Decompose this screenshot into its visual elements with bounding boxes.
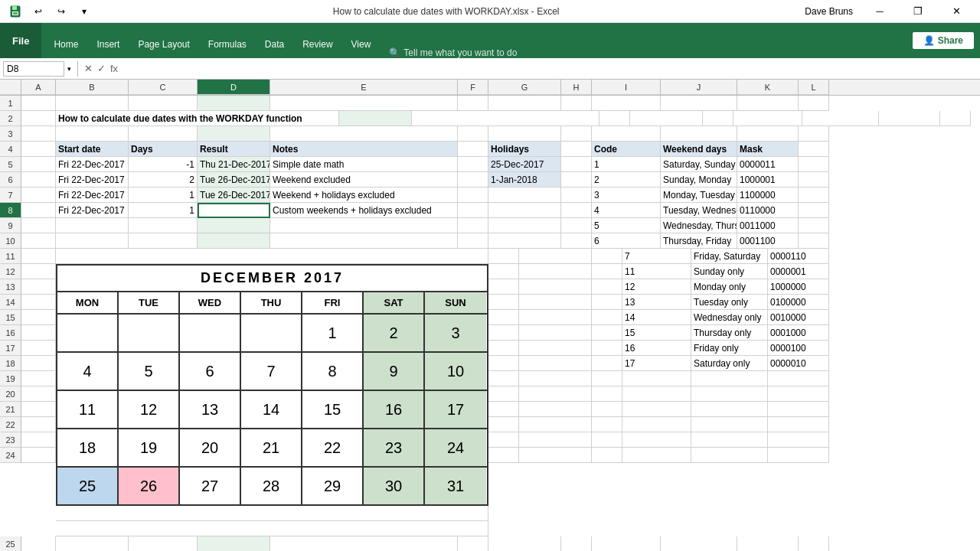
name-box[interactable]: D8: [3, 61, 64, 77]
cell-i24[interactable]: [622, 448, 691, 463]
cell-b8[interactable]: Fri 22-Dec-2017: [56, 203, 129, 218]
cell-j7[interactable]: Monday, Tuesday: [661, 187, 737, 203]
cell-k11[interactable]: 0000110: [768, 249, 829, 264]
cell-f14[interactable]: [488, 295, 519, 310]
minimize-button[interactable]: ─: [862, 0, 897, 23]
cell-a16[interactable]: [21, 325, 56, 341]
cell-e25[interactable]: [270, 536, 458, 551]
cell-j1[interactable]: [661, 96, 737, 111]
cell-k4-mask[interactable]: Mask: [737, 142, 799, 157]
cell-c3[interactable]: [129, 126, 198, 142]
cell-i15[interactable]: 14: [622, 310, 691, 325]
cell-g2[interactable]: [630, 111, 703, 126]
cell-c4-days[interactable]: Days: [129, 142, 198, 157]
cell-a1[interactable]: [21, 96, 56, 111]
cell-e5[interactable]: Simple date math: [270, 157, 458, 172]
cell-l3[interactable]: [799, 126, 829, 142]
cell-a13[interactable]: [21, 279, 56, 295]
cell-g4-holidays[interactable]: Holidays: [488, 142, 561, 157]
cell-g6-holiday2[interactable]: 1-Jan-2018: [488, 172, 561, 187]
cell-j16[interactable]: Thursday only: [691, 325, 768, 341]
cell-g21[interactable]: [519, 402, 592, 417]
cell-j4-weekend[interactable]: Weekend days: [661, 142, 737, 157]
cell-g7[interactable]: [488, 187, 561, 203]
cell-a14[interactable]: [21, 295, 56, 310]
cell-l2[interactable]: [940, 111, 971, 126]
cell-i14[interactable]: 13: [622, 295, 691, 310]
undo-button[interactable]: ↩: [29, 2, 47, 21]
cell-j15[interactable]: Wednesday only: [691, 310, 768, 325]
enter-formula-button[interactable]: ✓: [96, 63, 107, 74]
cell-a10[interactable]: [21, 233, 56, 249]
cell-f15[interactable]: [488, 310, 519, 325]
cell-a9[interactable]: [21, 218, 56, 233]
cell-g22[interactable]: [519, 417, 592, 432]
cell-a20[interactable]: [21, 386, 56, 402]
cell-k10[interactable]: 0001100: [737, 233, 799, 249]
cell-g14[interactable]: [519, 295, 592, 310]
col-header-d[interactable]: D: [198, 80, 270, 95]
cell-d2[interactable]: [339, 111, 412, 126]
cell-c5[interactable]: -1: [129, 157, 198, 172]
cell-f2[interactable]: [599, 111, 630, 126]
cell-k13[interactable]: 1000000: [768, 279, 829, 295]
cell-i17[interactable]: 16: [622, 341, 691, 356]
tab-page-layout[interactable]: Page Layout: [129, 31, 198, 58]
cell-k14[interactable]: 0100000: [768, 295, 829, 310]
restore-button[interactable]: ❐: [900, 0, 936, 23]
cell-i12[interactable]: 11: [622, 264, 691, 279]
cell-b5[interactable]: Fri 22-Dec-2017: [56, 157, 129, 172]
cell-j21[interactable]: [691, 402, 768, 417]
cell-k8[interactable]: 0110000: [737, 203, 799, 218]
cell-l9[interactable]: [799, 218, 829, 233]
customize-qat-button[interactable]: ▾: [75, 2, 93, 21]
cell-g15[interactable]: [519, 310, 592, 325]
cell-i10[interactable]: 6: [592, 233, 661, 249]
cell-k24[interactable]: [768, 448, 829, 463]
cell-i7[interactable]: 3: [592, 187, 661, 203]
cell-f21[interactable]: [488, 402, 519, 417]
cell-i11[interactable]: 7: [622, 249, 691, 264]
cell-l6[interactable]: [799, 172, 829, 187]
col-header-e[interactable]: E: [270, 80, 458, 95]
name-box-dropdown[interactable]: ▾: [66, 65, 73, 73]
cell-h16[interactable]: [592, 325, 622, 341]
cell-g9[interactable]: [488, 218, 561, 233]
cell-k21[interactable]: [768, 402, 829, 417]
cell-k1[interactable]: [737, 96, 799, 111]
col-header-a[interactable]: A: [21, 80, 56, 95]
cell-f12[interactable]: [488, 264, 519, 279]
cell-d6[interactable]: Tue 26-Dec-2017: [198, 172, 270, 187]
cell-a15[interactable]: [21, 310, 56, 325]
cell-a3[interactable]: [21, 126, 56, 142]
cell-i8[interactable]: 4: [592, 203, 661, 218]
cell-h13[interactable]: [592, 279, 622, 295]
cell-i9[interactable]: 5: [592, 218, 661, 233]
cell-b3[interactable]: [56, 126, 129, 142]
cell-l1[interactable]: [799, 96, 829, 111]
cell-g25[interactable]: [488, 536, 561, 551]
cell-f5[interactable]: [458, 157, 488, 172]
cell-d8-selected[interactable]: [198, 203, 270, 218]
cell-g12[interactable]: [519, 264, 592, 279]
tab-home[interactable]: Home: [44, 31, 87, 58]
cell-k16[interactable]: 0001000: [768, 325, 829, 341]
cell-h8[interactable]: [561, 203, 592, 218]
cell-g3[interactable]: [488, 126, 561, 142]
cell-a2[interactable]: [21, 111, 56, 126]
col-header-l[interactable]: L: [799, 80, 829, 95]
cell-c8[interactable]: 1: [129, 203, 198, 218]
cell-j2[interactable]: [802, 111, 879, 126]
col-header-c[interactable]: C: [129, 80, 198, 95]
cell-i16[interactable]: 15: [622, 325, 691, 341]
cell-a6[interactable]: [21, 172, 56, 187]
cell-k9[interactable]: 0011000: [737, 218, 799, 233]
cell-a4[interactable]: [21, 142, 56, 157]
cell-b6[interactable]: Fri 22-Dec-2017: [56, 172, 129, 187]
cell-a17[interactable]: [21, 341, 56, 356]
cell-k17[interactable]: 0000100: [768, 341, 829, 356]
cell-h20[interactable]: [592, 386, 622, 402]
cell-c7[interactable]: 1: [129, 187, 198, 203]
cell-e9[interactable]: [270, 218, 458, 233]
cell-h25[interactable]: [561, 536, 592, 551]
